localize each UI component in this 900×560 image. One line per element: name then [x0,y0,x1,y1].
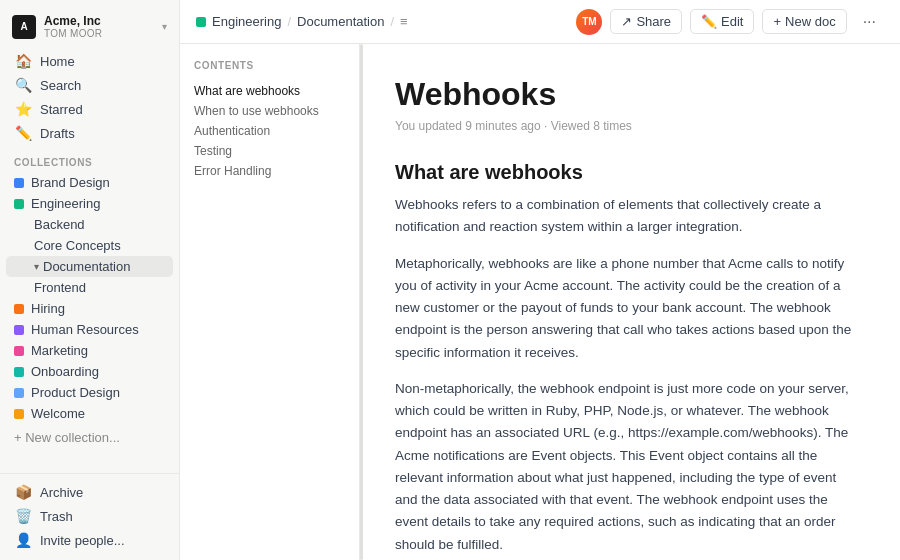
breadcrumb-engineering[interactable]: Engineering [212,14,281,29]
document-content: Webhooks You updated 9 minutes ago · Vie… [363,44,900,560]
sidebar-item-archive[interactable]: 📦 Archive [6,480,173,504]
toc-header: Contents [194,60,345,71]
table-of-contents: Contents What are webhooks When to use w… [180,44,360,560]
onboarding-dot [14,367,24,377]
sidebar-item-invite[interactable]: 👤 Invite people... [6,528,173,552]
collections-list: Brand Design Engineering Backend Core Co… [0,172,179,449]
star-icon: ⭐ [14,101,32,117]
workspace-user: Tom Moor [44,28,162,39]
search-icon: 🔍 [14,77,32,93]
sidebar-item-backend[interactable]: Backend [6,214,173,235]
topbar-actions: TM ↗ Share ✏️ Edit + New doc ··· [576,9,884,35]
toc-item-authentication[interactable]: Authentication [194,121,345,141]
sidebar-item-documentation[interactable]: ▾ Documentation [6,256,173,277]
topbar-menu-icon[interactable]: ≡ [400,14,408,29]
sidebar-item-hiring[interactable]: Hiring [6,298,173,319]
workspace-icon: A [12,15,36,39]
home-icon: 🏠 [14,53,32,69]
toc-item-what-are-webhooks[interactable]: What are webhooks [194,81,345,101]
sidebar-item-drafts[interactable]: ✏️ Drafts [6,121,173,145]
content-area: Contents What are webhooks When to use w… [180,44,900,560]
chevron-down-icon: ▾ [162,21,167,32]
archive-icon: 📦 [14,484,32,500]
sidebar-item-human-resources[interactable]: Human Resources [6,319,173,340]
share-button[interactable]: ↗ Share [610,9,682,34]
brand-design-dot [14,178,24,188]
engineering-dot [14,199,24,209]
toc-item-when-to-use[interactable]: When to use webhooks [194,101,345,121]
trash-icon: 🗑️ [14,508,32,524]
workspace-name: Acme, Inc [44,14,162,28]
edit-icon: ✏️ [701,14,717,29]
workspace-switcher[interactable]: A Acme, Inc Tom Moor ▾ [0,8,179,49]
drafts-icon: ✏️ [14,125,32,141]
doc-title: Webhooks [395,76,852,113]
topbar: Engineering / Documentation / ≡ TM ↗ Sha… [180,0,900,44]
doc-meta: You updated 9 minutes ago · Viewed 8 tim… [395,119,852,133]
toc-item-error-handling[interactable]: Error Handling [194,161,345,181]
sidebar: A Acme, Inc Tom Moor ▾ 🏠 Home 🔍 Search ⭐… [0,0,180,560]
invite-icon: 👤 [14,532,32,548]
hiring-dot [14,304,24,314]
sidebar-item-trash[interactable]: 🗑️ Trash [6,504,173,528]
main-panel: Engineering / Documentation / ≡ TM ↗ Sha… [180,0,900,560]
breadcrumb-documentation[interactable]: Documentation [297,14,384,29]
sidebar-item-home[interactable]: 🏠 Home [6,49,173,73]
hr-dot [14,325,24,335]
sidebar-item-onboarding[interactable]: Onboarding [6,361,173,382]
doc-paragraph-3: Non-metaphorically, the webhook endpoint… [395,378,852,556]
new-collection-button[interactable]: + New collection... [6,426,173,449]
sidebar-item-engineering[interactable]: Engineering [6,193,173,214]
marketing-dot [14,346,24,356]
avatar: TM [576,9,602,35]
doc-paragraph-2: Metaphorically, webhooks are like a phon… [395,253,852,364]
sidebar-item-marketing[interactable]: Marketing [6,340,173,361]
toc-item-testing[interactable]: Testing [194,141,345,161]
sidebar-item-frontend[interactable]: Frontend [6,277,173,298]
sidebar-item-starred[interactable]: ⭐ Starred [6,97,173,121]
doc-paragraph-1: Webhooks refers to a combination of elem… [395,194,852,239]
sidebar-item-welcome[interactable]: Welcome [6,403,173,424]
breadcrumb: Engineering / Documentation / ≡ [196,14,576,29]
sidebar-item-product-design[interactable]: Product Design [6,382,173,403]
engineering-breadcrumb-dot [196,17,206,27]
sidebar-nav: 🏠 Home 🔍 Search ⭐ Starred ✏️ Drafts [0,49,179,145]
sidebar-item-core-concepts[interactable]: Core Concepts [6,235,173,256]
new-doc-button[interactable]: + New doc [762,9,846,34]
breadcrumb-separator: / [287,14,291,29]
edit-button[interactable]: ✏️ Edit [690,9,754,34]
chevron-right-icon: ▾ [34,261,39,272]
collections-label: Collections [0,145,179,172]
welcome-dot [14,409,24,419]
section-heading-what-are-webhooks: What are webhooks [395,161,852,184]
breadcrumb-separator-2: / [390,14,394,29]
more-options-button[interactable]: ··· [855,9,884,35]
share-icon: ↗ [621,14,632,29]
sidebar-item-brand-design[interactable]: Brand Design [6,172,173,193]
plus-icon: + [773,14,781,29]
product-design-dot [14,388,24,398]
sidebar-bottom: 📦 Archive 🗑️ Trash 👤 Invite people... [0,473,179,552]
sidebar-item-search[interactable]: 🔍 Search [6,73,173,97]
